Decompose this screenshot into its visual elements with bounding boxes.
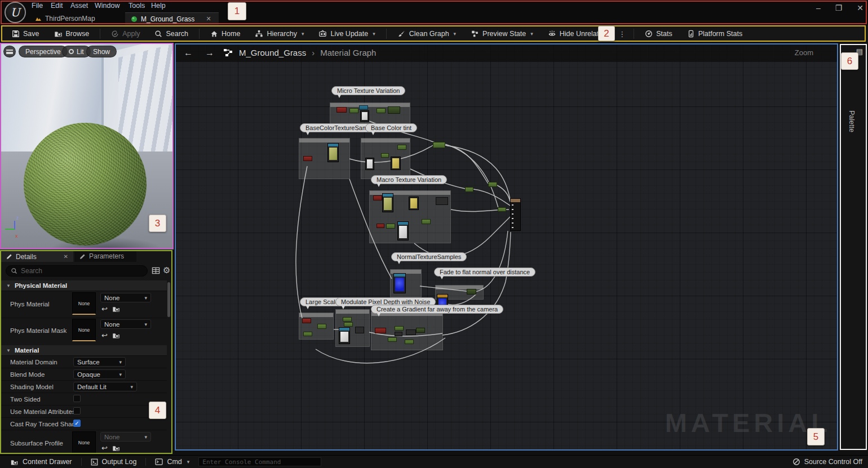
details-scrollbar[interactable]	[167, 282, 170, 317]
graph-node[interactable]	[465, 187, 473, 192]
graph-node[interactable]	[375, 328, 386, 333]
clean-graph-button[interactable]: Clean Graph ▾	[391, 26, 462, 41]
texture-sample-node[interactable]	[397, 221, 409, 240]
graph-node[interactable]	[388, 337, 397, 342]
texture-sample-node[interactable]	[391, 157, 401, 170]
close-icon[interactable]: ✕	[857, 3, 863, 12]
home-button[interactable]: Home	[204, 26, 246, 41]
tab-close-icon[interactable]: ✕	[64, 253, 68, 260]
texture-sample-node[interactable]	[409, 197, 419, 210]
browse-to-icon[interactable]	[112, 332, 120, 339]
texture-sample-node[interactable]	[327, 143, 339, 162]
phys-material-mask-thumbnail[interactable]: None	[72, 319, 96, 341]
graph-node[interactable]	[395, 332, 402, 336]
palette-tab-label[interactable]: Palette	[848, 110, 856, 132]
phys-material-thumbnail[interactable]: None	[72, 292, 96, 315]
browse-to-icon[interactable]	[112, 444, 120, 452]
graph-node[interactable]	[317, 324, 326, 329]
comment-bubble[interactable]: Create a Gradient far away from the came…	[371, 305, 503, 314]
subsurface-profile-thumbnail[interactable]: None	[72, 431, 96, 454]
cast-ray-traced-shadows-checkbox[interactable]: ✓	[73, 420, 81, 427]
graph-node[interactable]	[416, 328, 425, 333]
graph-node[interactable]	[422, 219, 431, 224]
texture-sample-node[interactable]	[365, 158, 374, 170]
comment-bubble[interactable]: NormalTextureSamples	[391, 252, 467, 261]
source-control-status[interactable]: Source Control Off	[792, 458, 862, 466]
graph-node[interactable]	[433, 142, 445, 148]
hierarchy-button[interactable]: Hierarchy ▾	[249, 26, 310, 41]
apply-button[interactable]: Apply	[105, 26, 146, 41]
blend-mode-dropdown[interactable]: Opaque ▾	[73, 369, 126, 379]
graph-node[interactable]	[467, 289, 476, 295]
tab-close-icon[interactable]: ✕	[206, 15, 211, 23]
graph-node[interactable]	[395, 326, 404, 331]
console-command-input[interactable]	[198, 457, 321, 466]
show-button[interactable]: Show	[86, 46, 117, 57]
use-selected-icon[interactable]: ↩	[101, 305, 108, 313]
minimize-icon[interactable]: –	[816, 3, 821, 12]
texture-sample-node[interactable]	[360, 110, 369, 122]
use-selected-icon[interactable]: ↩	[101, 331, 108, 340]
graph-node[interactable]	[388, 106, 400, 114]
two-sided-checkbox[interactable]	[73, 395, 81, 402]
graph-node[interactable]	[405, 340, 414, 344]
graph-node[interactable]	[303, 332, 312, 336]
display-grid-icon[interactable]	[152, 266, 160, 275]
palette-sidebar[interactable]: ▤ Palette	[840, 44, 867, 451]
graph-node[interactable]	[436, 197, 448, 205]
subsurface-profile-dropdown[interactable]: None ▾	[100, 432, 151, 442]
cmd-button[interactable]: Cmd ▾	[149, 458, 195, 466]
graph-node[interactable]	[406, 329, 416, 335]
material-output-node[interactable]	[510, 198, 521, 231]
comment-bubble[interactable]: Fade to flat normal over distance	[434, 268, 535, 277]
browse-button[interactable]: Browse	[48, 26, 96, 41]
graph-node[interactable]	[498, 207, 506, 212]
material-preview-viewport[interactable]: Perspective Lit Show z x	[0, 43, 174, 249]
unreal-logo-icon[interactable]: U	[5, 2, 26, 23]
graph-node[interactable]	[355, 327, 364, 333]
shading-model-dropdown[interactable]: Default Lit ▾	[73, 382, 137, 391]
use-material-attributes-checkbox[interactable]	[73, 407, 81, 414]
forward-arrow-icon[interactable]: →	[202, 48, 218, 58]
graph-node[interactable]	[397, 145, 406, 150]
graph-node[interactable]	[303, 156, 312, 161]
toolbar-overflow-icon[interactable]: ⋮	[615, 30, 629, 38]
comment-bubble[interactable]: Base Color tint	[365, 123, 417, 132]
section-material[interactable]: ▼ Material	[1, 345, 167, 356]
graph-node[interactable]	[377, 108, 386, 113]
menu-window[interactable]: Window	[91, 1, 123, 11]
graph-node[interactable]	[343, 317, 352, 322]
menu-edit[interactable]: Edit	[47, 1, 67, 11]
search-input[interactable]	[21, 267, 134, 275]
graph-node[interactable]	[377, 224, 384, 228]
graph-node[interactable]	[302, 318, 311, 323]
graph-node[interactable]	[381, 153, 389, 158]
menu-tools[interactable]: Tools	[125, 1, 148, 11]
menu-asset[interactable]: Asset	[67, 1, 91, 11]
live-update-button[interactable]: Live Update ▾	[312, 26, 381, 41]
graph-node[interactable]	[349, 108, 358, 113]
menu-help[interactable]: Help	[148, 1, 169, 11]
graph-node[interactable]	[373, 195, 382, 200]
tab-details[interactable]: Details ✕	[1, 251, 73, 262]
material-domain-dropdown[interactable]: Surface ▾	[73, 357, 126, 367]
graph-node[interactable]	[386, 224, 395, 229]
gear-icon[interactable]: ⚙	[163, 265, 170, 275]
texture-sample-node[interactable]	[382, 193, 393, 212]
phys-material-dropdown[interactable]: None ▾	[100, 293, 151, 302]
texture-sample-node[interactable]	[339, 327, 350, 344]
preview-state-button[interactable]: Preview State ▾	[464, 26, 539, 41]
tab-m-ground-grass[interactable]: M_Ground_Grass ✕	[125, 12, 219, 25]
back-arrow-icon[interactable]: ←	[180, 48, 196, 58]
save-button[interactable]: Save	[6, 26, 46, 41]
graph-node[interactable]	[344, 322, 353, 327]
platform-stats-button[interactable]: Platform Stats	[681, 26, 749, 41]
browse-to-icon[interactable]	[112, 305, 120, 313]
menu-file[interactable]: File	[28, 1, 46, 11]
section-physical-material[interactable]: ▼ Physical Material	[1, 280, 167, 291]
search-button[interactable]: Search	[148, 26, 194, 41]
output-log-button[interactable]: Output Log	[85, 458, 143, 466]
comment-bubble[interactable]: Micro Texture Variation	[331, 86, 405, 95]
tab-thirdpersonmap[interactable]: ThirdPersonMap	[29, 12, 101, 25]
use-selected-icon[interactable]: ↩	[101, 444, 108, 452]
